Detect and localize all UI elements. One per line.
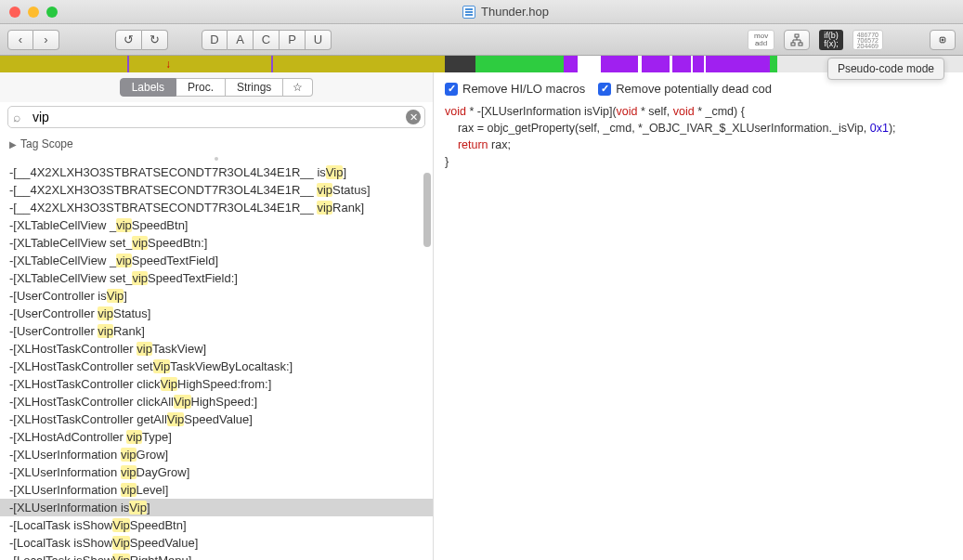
list-item[interactable]: -[XLHostTaskController getAllVipSpeedVal… xyxy=(0,410,433,428)
remove-dead-code-checkbox[interactable]: ✓Remove potentially dead cod xyxy=(598,82,772,96)
scrollbar[interactable] xyxy=(423,163,431,560)
list-item[interactable]: -[LocalTask isShowVipSpeedBtn] xyxy=(0,516,433,534)
chip-icon xyxy=(938,35,947,45)
list-item[interactable]: -[XLHostTaskController clickAllVipHighSp… xyxy=(0,393,433,410)
tooltip: Pseudo-code mode xyxy=(827,58,944,80)
remove-hilo-checkbox[interactable]: ✓Remove HI/LO macros xyxy=(445,82,585,96)
undo-button[interactable]: ↺ xyxy=(115,30,142,50)
navigation-strip[interactable]: ↓ xyxy=(0,56,963,72)
tab-favorites[interactable]: ☆ xyxy=(283,78,313,97)
segmented-control: Labels Proc. Strings ☆ xyxy=(0,72,433,102)
minimize-button[interactable] xyxy=(28,7,39,18)
list-item[interactable]: -[XLHostAdController vipType] xyxy=(0,428,433,446)
strip-segment[interactable] xyxy=(642,56,670,72)
cfg-mode-button[interactable] xyxy=(784,30,810,50)
svg-rect-2 xyxy=(799,43,802,46)
pseudocode-view[interactable]: void * -[XLUserInformation isVip](void *… xyxy=(434,103,963,560)
tab-proc[interactable]: Proc. xyxy=(176,78,226,97)
position-arrow-icon: ↓ xyxy=(165,58,171,71)
pane-handle[interactable] xyxy=(0,154,433,163)
strip-segment[interactable] xyxy=(672,56,691,72)
flowchart-icon xyxy=(790,33,803,46)
svg-rect-1 xyxy=(791,43,795,46)
nav-back-button[interactable]: ‹ xyxy=(7,30,33,50)
svg-rect-4 xyxy=(942,38,944,41)
list-item[interactable]: -[XLUserInformation vipDayGrow] xyxy=(0,463,433,481)
list-item[interactable]: -[UserController vipStatus] xyxy=(0,305,433,322)
toolbar-p-button[interactable]: P xyxy=(280,30,306,50)
window-title: Thunder.hop xyxy=(481,5,549,19)
tab-labels[interactable]: Labels xyxy=(120,78,176,97)
document-icon xyxy=(462,6,475,19)
pseudocode-mode-button[interactable]: if(b)f(x); xyxy=(819,30,843,50)
toolbar-c-button[interactable]: C xyxy=(254,30,280,50)
tag-scope-toggle[interactable]: ▶ Tag Scope xyxy=(0,134,433,154)
hex-mode-button[interactable]: 486770706572204469 xyxy=(852,30,883,50)
close-button[interactable] xyxy=(9,7,20,18)
clear-search-button[interactable]: ✕ xyxy=(406,110,421,124)
list-item[interactable]: -[UserController isVip] xyxy=(0,287,433,305)
list-item[interactable]: -[XLUserInformation vipLevel] xyxy=(0,481,433,499)
strip-segment[interactable] xyxy=(445,56,475,72)
disclosure-triangle-icon: ▶ xyxy=(9,139,17,150)
strip-segment[interactable] xyxy=(129,56,272,72)
list-item[interactable]: -[XLTableCellView set_vipSpeedTextField:… xyxy=(0,269,433,287)
list-item[interactable]: -[XLTableCellView _vipSpeedBtn] xyxy=(0,216,433,234)
strip-segment[interactable] xyxy=(770,56,777,72)
list-item[interactable]: -[LocalTask isShowVipSpeedValue] xyxy=(0,534,433,552)
list-item[interactable]: -[XLUserInformation isVip] xyxy=(0,499,433,516)
strip-segment[interactable] xyxy=(693,56,704,72)
list-item[interactable]: -[XLTableCellView _vipSpeedTextField] xyxy=(0,252,433,269)
cpu-button[interactable] xyxy=(930,30,956,50)
traffic-lights xyxy=(9,7,58,18)
strip-segment[interactable] xyxy=(578,56,601,72)
toolbar-d-button[interactable]: D xyxy=(202,30,228,50)
strip-segment[interactable] xyxy=(601,56,638,72)
strip-segment[interactable] xyxy=(706,56,771,72)
asm-mode-badge[interactable]: movadd xyxy=(748,30,774,50)
list-item[interactable]: -[LocalTask isShowVipRightMenu] xyxy=(0,552,433,560)
strip-segment[interactable] xyxy=(475,56,564,72)
list-item[interactable]: -[__4X2XLXH3O3STBRATSECONDT7R3OL4L34E1R_… xyxy=(0,163,433,181)
list-item[interactable]: -[XLTableCellView set_vipSpeedBtn:] xyxy=(0,234,433,252)
list-item[interactable]: -[XLHostTaskController clickVipHighSpeed… xyxy=(0,375,433,393)
toolbar-a-button[interactable]: A xyxy=(228,30,254,50)
list-item[interactable]: -[XLUserInformation vipGrow] xyxy=(0,446,433,463)
window-titlebar: Thunder.hop xyxy=(0,0,963,24)
strip-segment[interactable] xyxy=(0,56,127,72)
toolbar: ‹ › ↺ ↻ DACPU movadd if(b)f(x); 48677070… xyxy=(0,24,963,56)
tab-strings[interactable]: Strings xyxy=(226,78,283,97)
strip-segment[interactable] xyxy=(564,56,578,72)
svg-rect-0 xyxy=(795,34,799,37)
toolbar-u-button[interactable]: U xyxy=(306,30,332,50)
zoom-button[interactable] xyxy=(46,7,58,18)
strip-segment[interactable] xyxy=(273,56,445,72)
list-item[interactable]: -[XLHostTaskController setVipTaskViewByL… xyxy=(0,358,433,375)
search-icon: ⌕ xyxy=(13,110,20,124)
labels-list: -[__4X2XLXH3O3STBRATSECONDT7R3OL4L34E1R_… xyxy=(0,163,433,560)
search-field: ⌕ ✕ xyxy=(7,106,425,128)
redo-button[interactable]: ↻ xyxy=(142,30,168,50)
search-input[interactable] xyxy=(7,106,425,128)
list-item[interactable]: -[XLHostTaskController vipTaskView] xyxy=(0,340,433,358)
list-item[interactable]: -[UserController vipRank] xyxy=(0,322,433,340)
list-item[interactable]: -[__4X2XLXH3O3STBRATSECONDT7R3OL4L34E1R_… xyxy=(0,181,433,199)
list-item[interactable]: -[__4X2XLXH3O3STBRATSECONDT7R3OL4L34E1R_… xyxy=(0,199,433,216)
nav-forward-button[interactable]: › xyxy=(33,30,59,50)
